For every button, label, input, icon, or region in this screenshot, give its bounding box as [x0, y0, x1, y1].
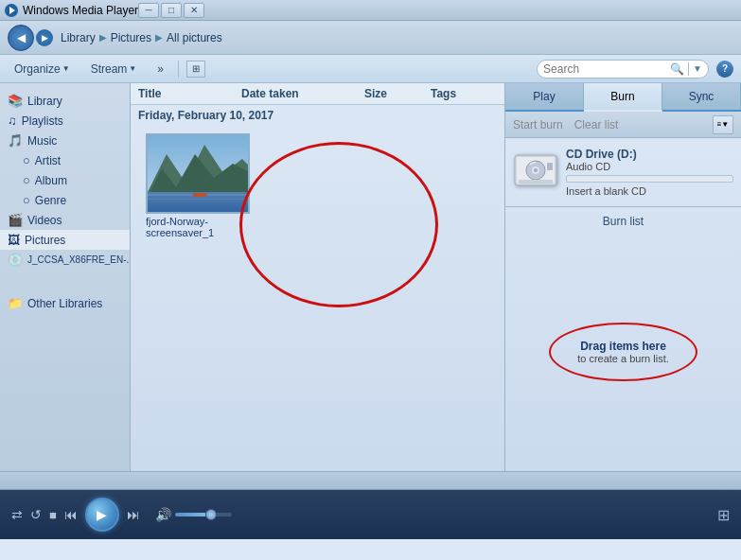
sidebar-item-library[interactable]: 📚 Library — [0, 91, 130, 111]
more-button[interactable]: » — [150, 60, 170, 79]
drag-main-text: Drag items here — [577, 340, 669, 353]
play-button[interactable]: ▶ — [85, 498, 119, 532]
sidebar-item-music[interactable]: 🎵 Music — [0, 131, 130, 150]
organize-button[interactable]: Organize ▼ — [8, 60, 77, 79]
col-size-header: Size — [364, 87, 431, 100]
maximize-button[interactable]: □ — [161, 3, 182, 18]
image-label: fjord-Norway-screensaver_1 — [146, 216, 269, 238]
forward-button[interactable]: ▶ — [36, 29, 53, 46]
back-button[interactable]: ◀ — [8, 25, 34, 51]
tab-burn[interactable]: Burn — [584, 83, 662, 112]
grid-view-button[interactable]: ⊞ — [717, 506, 730, 524]
minimize-button[interactable]: ─ — [138, 3, 159, 18]
tab-play[interactable]: Play — [505, 83, 584, 110]
pictures-icon: 🖼 — [8, 233, 20, 247]
breadcrumb-all-pictures[interactable]: All pictures — [167, 31, 222, 44]
view-grid-button[interactable]: ⊞ — [186, 61, 205, 78]
stop-button[interactable]: ■ — [49, 508, 57, 522]
next-button[interactable]: ⏭ — [127, 507, 140, 522]
previous-button[interactable]: ⏮ — [64, 507, 78, 522]
breadcrumb-sep-2: ▶ — [155, 32, 163, 43]
burn-list-drag-area[interactable]: Drag items here to create a burn list. — [505, 232, 741, 471]
col-tags-header: Tags — [431, 87, 497, 100]
col-title-header: Title — [138, 87, 241, 100]
music-icon: 🎵 — [8, 133, 23, 148]
volume-icon: 🔊 — [155, 507, 171, 522]
cd-type-label: Audio CD — [566, 161, 733, 172]
sidebar-item-j[interactable]: 💿 J_CCSA_X86FRE_EN-... — [0, 250, 130, 270]
title-bar: Windows Media Player ─ □ ✕ — [0, 0, 741, 21]
app-icon — [4, 3, 19, 18]
date-group-label: Friday, February 10, 2017 — [131, 105, 504, 126]
right-panel: Play Burn Sync Start burn Clear list ≡▼ — [504, 83, 741, 471]
shuffle-button[interactable]: ⇄ — [11, 507, 23, 522]
start-burn-button[interactable]: Start burn — [513, 118, 563, 131]
breadcrumb: Library ▶ Pictures ▶ All pictures — [61, 31, 222, 44]
sidebar-item-album[interactable]: ○ Album — [0, 170, 130, 190]
tab-sync[interactable]: Sync — [662, 83, 741, 110]
sidebar-item-genre[interactable]: ○ Genre — [0, 190, 130, 210]
sidebar-item-videos[interactable]: 🎬 Videos — [0, 210, 130, 230]
sidebar-item-other-libraries[interactable]: 📁 Other Libraries — [0, 289, 130, 318]
volume-control: 🔊 — [155, 507, 232, 522]
svg-point-13 — [534, 168, 538, 172]
search-dropdown-icon[interactable]: ▼ — [693, 63, 702, 74]
image-thumbnail-container[interactable]: fjord-Norway-screensaver_1 — [146, 133, 269, 238]
stream-button[interactable]: Stream ▼ — [84, 60, 144, 79]
cd-progress-bar-container — [566, 175, 733, 183]
search-icon[interactable]: 🔍 — [670, 62, 684, 76]
window-title: Windows Media Player — [23, 4, 138, 17]
playlists-icon: ♫ — [8, 114, 17, 128]
breadcrumb-sep-1: ▶ — [99, 32, 107, 43]
artist-icon: ○ — [23, 153, 30, 167]
window-controls: ─ □ ✕ — [138, 3, 204, 18]
sidebar-item-playlists[interactable]: ♫ Playlists — [0, 111, 130, 131]
search-input[interactable] — [543, 62, 666, 76]
burn-toolbar: Start burn Clear list ≡▼ — [505, 112, 741, 138]
other-lib-icon: 📁 — [8, 296, 23, 310]
library-icon: 📚 — [8, 94, 23, 108]
status-bar — [0, 471, 741, 490]
sidebar-item-pictures[interactable]: 🖼 Pictures — [0, 230, 130, 250]
breadcrumb-library[interactable]: Library — [61, 31, 96, 44]
j-icon: 💿 — [8, 253, 23, 267]
burn-tabs: Play Burn Sync — [505, 83, 741, 112]
burn-options-icon: ≡▼ — [717, 120, 730, 129]
album-icon: ○ — [23, 173, 30, 187]
repeat-button[interactable]: ↺ — [30, 507, 42, 522]
volume-handle[interactable] — [205, 509, 217, 520]
content-area: Title Date taken Size Tags Friday, Febru… — [131, 83, 504, 471]
volume-fill — [175, 513, 206, 516]
svg-rect-14 — [519, 180, 553, 184]
burn-list-header: Burn list — [505, 207, 741, 232]
clear-list-button[interactable]: Clear list — [574, 118, 619, 131]
svg-rect-15 — [547, 163, 553, 170]
cd-drive-label: CD Drive (D:) — [566, 148, 733, 161]
cd-info: CD Drive (D:) Audio CD Insert a blank CD — [566, 148, 733, 197]
cd-section: CD Drive (D:) Audio CD Insert a blank CD — [505, 138, 741, 207]
drag-oval: Drag items here to create a burn list. — [549, 323, 697, 381]
volume-track[interactable] — [175, 513, 232, 516]
toolbar: Organize ▼ Stream ▼ » ⊞ 🔍 ▼ ? — [0, 55, 741, 83]
toolbar-divider — [178, 61, 179, 78]
organize-arrow-icon: ▼ — [62, 64, 70, 73]
main-area: 📚 Library ♫ Playlists 🎵 Music ○ Artist ○… — [0, 83, 741, 471]
image-row: fjord-Norway-screensaver_1 — [131, 126, 504, 246]
col-date-header: Date taken — [241, 87, 364, 100]
breadcrumb-pictures[interactable]: Pictures — [111, 31, 151, 44]
cd-insert-label: Insert a blank CD — [566, 185, 733, 197]
close-button[interactable]: ✕ — [184, 3, 204, 18]
navigation-bar: ◀ ▶ Library ▶ Pictures ▶ All pictures — [0, 21, 741, 55]
help-button[interactable]: ? — [716, 61, 733, 78]
svg-point-8 — [192, 193, 207, 197]
player-controls: ⇄ ↺ ■ ⏮ ▶ ⏭ 🔊 ⊞ — [0, 490, 741, 539]
sidebar: 📚 Library ♫ Playlists 🎵 Music ○ Artist ○… — [0, 83, 131, 471]
svg-rect-7 — [148, 199, 250, 200]
search-divider — [688, 62, 689, 76]
image-thumbnail — [146, 133, 250, 214]
videos-icon: 🎬 — [8, 213, 23, 227]
burn-options-button[interactable]: ≡▼ — [713, 115, 733, 134]
sidebar-item-artist[interactable]: ○ Artist — [0, 150, 130, 170]
nav-back-forward: ◀ ▶ — [8, 25, 53, 51]
search-box: 🔍 ▼ — [537, 60, 709, 79]
